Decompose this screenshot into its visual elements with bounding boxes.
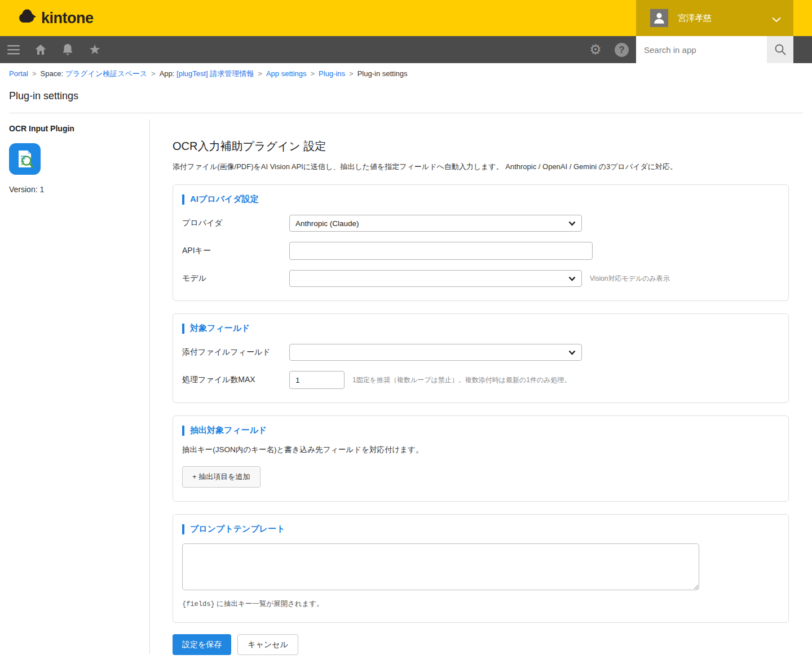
attachment-field-row: 添付ファイルフィールド [182, 344, 779, 361]
breadcrumb-portal[interactable]: Portal [9, 69, 28, 78]
breadcrumb-space-prefix: Space: [41, 69, 63, 78]
heading-accent-bar [182, 324, 184, 334]
breadcrumb-app-link[interactable]: [plugTest] 請求管理情報 [176, 69, 254, 78]
max-files-input[interactable] [289, 371, 345, 389]
logo-wordmark: kintone [41, 10, 94, 27]
model-hint: Vision対応モデルのみ表示 [590, 274, 670, 284]
global-navbar: ★ ⚙ ? [0, 36, 812, 63]
model-select[interactable] [289, 270, 582, 287]
home-icon[interactable] [34, 43, 47, 56]
breadcrumb-separator: > [258, 69, 262, 78]
provider-label: プロバイダ [182, 218, 289, 228]
plugin-settings-main: OCR入力補助プラグイン 設定 添付ファイル(画像/PDF)をAI Vision… [173, 139, 789, 655]
max-files-row: 処理ファイル数MAX 1固定を推奨（複数ループは禁止）。複数添付時は最新の1件の… [182, 371, 779, 389]
section-heading-text: AIプロバイダ設定 [190, 194, 259, 205]
section-heading-text: 対象フィールド [190, 323, 250, 334]
add-extract-item-button[interactable]: + 抽出項目を追加 [182, 466, 261, 488]
attachment-field-select[interactable] [289, 344, 582, 361]
plugin-icon: A [9, 143, 142, 177]
form-actions: 設定を保存 キャンセル [173, 634, 789, 655]
breadcrumb-app-prefix: App: [160, 69, 175, 78]
save-settings-button[interactable]: 設定を保存 [173, 634, 231, 655]
plugin-sidebar: OCR Input Plugin A Version: 1 [9, 124, 142, 194]
section-heading-extract-fields: 抽出対象フィールド [182, 425, 779, 436]
api-key-row: APIキー [182, 242, 779, 260]
plugin-version: Version: 1 [9, 185, 142, 194]
prompt-hint-text: に抽出キー一覧が展開されます。 [215, 600, 324, 608]
search-input[interactable] [636, 36, 767, 63]
sidebar-divider [149, 120, 150, 654]
max-files-hint: 1固定を推奨（複数ループは禁止）。複数添付時は最新の1件のみ処理。 [352, 375, 571, 385]
person-icon [652, 11, 667, 25]
notifications-bell-icon[interactable] [61, 43, 74, 56]
kintone-logo[interactable]: kintone [18, 0, 94, 36]
provider-row: プロバイダ Anthropic (Claude) [182, 215, 779, 232]
title-divider [9, 113, 803, 113]
section-heading-ai-provider: AIプロバイダ設定 [182, 194, 779, 205]
cancel-button[interactable]: キャンセル [237, 634, 298, 655]
breadcrumb-plugins[interactable]: Plug-ins [319, 69, 345, 78]
breadcrumb: Portal>Space: プラグイン検証スペース>App: [plugTest… [9, 69, 408, 79]
attachment-field-label: 添付ファイルフィールド [182, 347, 289, 357]
section-target-fields: 対象フィールド 添付ファイルフィールド 処理ファイル数MAX 1固定を推奨（複数… [173, 313, 789, 403]
search-button[interactable] [767, 36, 793, 63]
model-label: モデル [182, 273, 289, 284]
search-icon [774, 43, 787, 56]
page-title: Plug-in settings [9, 90, 78, 102]
section-extract-fields: 抽出対象フィールド 抽出キー(JSON内のキー名)と書き込み先フィールドを対応付… [173, 415, 789, 502]
user-name: 宮澤孝慈 [678, 13, 712, 24]
section-heading-target-fields: 対象フィールド [182, 323, 779, 334]
gear-icon[interactable]: ⚙ [589, 43, 602, 56]
settings-description: 添付ファイル(画像/PDF)をAI Vision APIに送信し、抽出した値を指… [173, 162, 789, 172]
section-heading-text: 抽出対象フィールド [190, 425, 267, 436]
select-chevron-icon [568, 350, 576, 355]
select-chevron-icon [568, 221, 576, 226]
provider-select[interactable]: Anthropic (Claude) [289, 215, 582, 232]
prompt-template-textarea[interactable] [182, 543, 699, 590]
kintone-cloud-icon [18, 8, 37, 28]
user-menu[interactable]: 宮澤孝慈 [636, 0, 793, 36]
user-avatar [650, 9, 668, 27]
provider-selected-value: Anthropic (Claude) [295, 219, 359, 228]
heading-accent-bar [182, 524, 184, 534]
settings-title: OCR入力補助プラグイン 設定 [173, 139, 789, 154]
breadcrumb-separator: > [32, 69, 37, 78]
chevron-down-icon [772, 15, 781, 25]
breadcrumb-separator: > [151, 69, 156, 78]
heading-accent-bar [182, 194, 184, 205]
prompt-template-hint: {fields} に抽出キー一覧が展開されます。 [182, 599, 779, 609]
help-icon[interactable]: ? [615, 43, 629, 57]
select-chevron-icon [568, 276, 576, 281]
section-prompt-template: プロンプトテンプレート {fields} に抽出キー一覧が展開されます。 [173, 514, 789, 623]
breadcrumb-separator: > [310, 69, 315, 78]
section-heading-prompt-template: プロンプトテンプレート [182, 524, 779, 534]
model-row: モデル Vision対応モデルのみ表示 [182, 270, 779, 287]
api-key-label: APIキー [182, 246, 289, 256]
api-key-input[interactable] [289, 242, 593, 260]
heading-accent-bar [182, 426, 184, 436]
section-heading-text: プロンプトテンプレート [190, 524, 285, 534]
breadcrumb-app-settings[interactable]: App settings [266, 69, 307, 78]
section-ai-provider: AIプロバイダ設定 プロバイダ Anthropic (Claude) APIキー… [173, 184, 789, 301]
breadcrumb-separator: > [349, 69, 354, 78]
app-search [636, 36, 793, 63]
hamburger-menu-icon[interactable] [7, 43, 20, 56]
plugin-name: OCR Input Plugin [9, 124, 142, 133]
breadcrumb-space-link[interactable]: プラグイン検証スペース [65, 69, 147, 78]
extract-description: 抽出キー(JSON内のキー名)と書き込み先フィールドを対応付けます。 [182, 445, 779, 455]
breadcrumb-current: Plug-in settings [358, 69, 408, 78]
app-header: kintone 宮澤孝慈 [0, 0, 812, 36]
favorites-star-icon[interactable]: ★ [88, 43, 102, 56]
max-files-label: 処理ファイル数MAX [182, 375, 289, 385]
prompt-hint-code: {fields} [182, 600, 215, 608]
